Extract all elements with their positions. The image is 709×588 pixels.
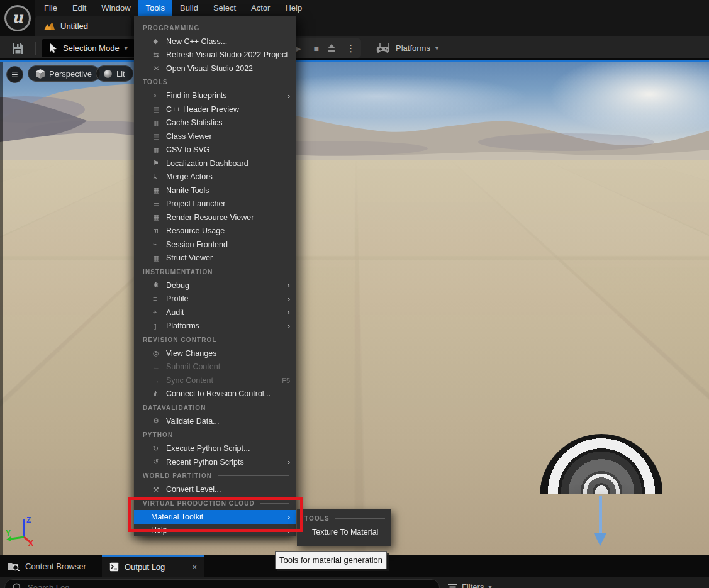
- annotation-rectangle: [128, 497, 303, 532]
- menu-section-label: PYTHON: [143, 431, 173, 438]
- menu-item-project-launcher[interactable]: ▭Project Launcher: [134, 197, 296, 211]
- menu-item-convert-level[interactable]: ⚒Convert Level...: [134, 483, 296, 497]
- menu-item-label: Connect to Revision Control...: [166, 389, 271, 398]
- menu-item-submit-content: ←Submit Content: [134, 360, 296, 374]
- section-divider: [218, 475, 289, 476]
- play-options-menu[interactable]: ⋮: [346, 43, 355, 54]
- lit-sphere-icon: [104, 70, 112, 78]
- menu-item-connect-to-revision-control[interactable]: ⋔Connect to Revision Control...: [134, 387, 296, 401]
- stop-button[interactable]: ■: [309, 43, 324, 53]
- menu-item-merge-actors[interactable]: ⅄Merge Actors: [134, 170, 296, 184]
- tab-output-log[interactable]: Output Log ×: [102, 555, 204, 577]
- menu-item-label: Session Frontend: [166, 240, 228, 249]
- menu-item-recent-python-scripts[interactable]: ↺Recent Python Scripts›: [134, 455, 296, 469]
- perspective-button[interactable]: Perspective: [28, 65, 100, 82]
- menu-item-label: Platforms: [166, 321, 199, 330]
- menu-item-texture-to-material[interactable]: Texture To Material: [297, 524, 391, 540]
- menu-item-session-frontend[interactable]: ⌁Session Frontend: [134, 238, 296, 252]
- menu-item-debug[interactable]: ✱Debug›: [134, 279, 296, 292]
- menu-item-label: CSV to SVG: [166, 145, 209, 154]
- visual-studio-icon: ⋈: [153, 64, 166, 72]
- menu-item-platforms[interactable]: ▯Platforms›: [134, 319, 296, 333]
- speaker-actor[interactable]: [540, 434, 663, 494]
- search-log-field[interactable]: [4, 579, 440, 588]
- eject-button[interactable]: [327, 44, 342, 52]
- session-frontend-icon: ⌁: [153, 240, 166, 248]
- menu-item-execute-python-script[interactable]: ↻Execute Python Script...: [134, 442, 296, 456]
- section-divider: [205, 28, 289, 28]
- tooltip-text: Tools for material generation: [279, 555, 382, 565]
- menubar-item-help[interactable]: Help: [277, 0, 310, 16]
- menu-item-resource-usage[interactable]: ⊞Resource Usage: [134, 225, 296, 238]
- menu-item-struct-viewer[interactable]: ▦Struct Viewer: [134, 252, 296, 265]
- menu-item-find-in-blueprints[interactable]: ⌖Find in Blueprints›: [134, 89, 296, 103]
- search-log-input[interactable]: [28, 583, 405, 588]
- menu-item-label: Project Launcher: [166, 199, 226, 208]
- close-tab-icon[interactable]: ×: [192, 562, 197, 572]
- platforms-dropdown[interactable]: Platforms ▾: [376, 39, 438, 57]
- submenu-item-label: Texture To Material: [312, 528, 378, 536]
- section-divider: [223, 340, 289, 340]
- translate-gizmo-z-arrow[interactable]: [599, 496, 602, 534]
- save-button[interactable]: [9, 40, 26, 57]
- menu-section-label: WORLD PARTITION: [143, 472, 212, 479]
- viewport-mountains: [0, 78, 709, 164]
- menubar-item-actor[interactable]: Actor: [243, 0, 277, 16]
- selection-mode-dropdown[interactable]: Selection Mode ▾: [42, 39, 135, 57]
- menu-item-new-c-class[interactable]: ◆New C++ Class...: [134, 35, 296, 48]
- submenu-arrow-icon: ›: [288, 295, 290, 303]
- search-icon: [13, 583, 22, 588]
- menu-item-label: Class Viewer: [166, 132, 212, 141]
- menu-item-render-resource-viewer[interactable]: ▦Render Resource Viewer: [134, 211, 296, 225]
- menubar-item-tools[interactable]: Tools: [138, 0, 172, 16]
- menu-item-cache-statistics[interactable]: ▥Cache Statistics: [134, 116, 296, 130]
- lit-mode-button[interactable]: Lit: [96, 65, 133, 82]
- menubar-item-build[interactable]: Build: [172, 0, 206, 16]
- menu-item-label: Refresh Visual Studio 2022 Project: [166, 50, 288, 59]
- menubar-item-edit[interactable]: Edit: [65, 0, 94, 16]
- save-icon: [12, 43, 24, 55]
- menu-item-view-changes[interactable]: ◎View Changes: [134, 347, 296, 360]
- asset-tab-untitled[interactable]: Untitled: [35, 16, 131, 36]
- menu-item-profile[interactable]: ≡Profile›: [134, 292, 296, 306]
- menu-item-validate-data[interactable]: ⚙Validate Data...: [134, 414, 296, 428]
- asset-tab-bar: Untitled: [0, 16, 709, 36]
- menu-item-refresh-visual-studio-2022-project[interactable]: ⇆Refresh Visual Studio 2022 Project: [134, 48, 296, 62]
- profile-icon: ≡: [153, 295, 166, 302]
- main-menu-bar: FileEditWindowToolsBuildSelectActorHelp: [0, 0, 709, 16]
- viewport-3d[interactable]: Z Y X ☰ Perspective Lit: [0, 60, 709, 555]
- menubar-item-select[interactable]: Select: [206, 0, 243, 16]
- asset-tab-label: Untitled: [60, 21, 88, 31]
- menu-item-audit[interactable]: ⌖Audit›: [134, 306, 296, 319]
- menu-item-label: Profile: [166, 294, 188, 303]
- menu-item-csv-to-svg[interactable]: ▦CSV to SVG: [134, 143, 296, 157]
- menu-item-class-viewer[interactable]: ▤Class Viewer: [134, 130, 296, 143]
- perspective-label: Perspective: [49, 69, 92, 79]
- menu-section-label: REVISION CONTROL: [143, 336, 217, 343]
- filters-dropdown[interactable]: Filters ▾: [448, 579, 491, 588]
- translate-gizmo-arrowhead[interactable]: [594, 533, 606, 546]
- menu-item-nanite-tools[interactable]: ▦Nanite Tools: [134, 184, 296, 197]
- chevron-down-icon: ▾: [488, 584, 491, 588]
- selection-mode-label: Selection Mode: [63, 43, 120, 53]
- menubar-item-file[interactable]: File: [36, 0, 65, 16]
- tab-content-browser[interactable]: Content Browser: [0, 555, 102, 577]
- unreal-editor-window: FileEditWindowToolsBuildSelectActorHelp …: [0, 0, 709, 588]
- recent-python-scripts-icon: ↺: [153, 458, 166, 466]
- menubar-item-window[interactable]: Window: [94, 0, 138, 16]
- menu-item-label: Localization Dashboard: [166, 159, 248, 168]
- axis-x-label: X: [28, 539, 33, 546]
- platforms-device-icon: ▯: [153, 322, 166, 330]
- viewport-options-button[interactable]: ☰: [6, 66, 23, 83]
- submenu-arrow-icon: ›: [288, 281, 290, 289]
- viewport-edge-shadow: [0, 60, 3, 555]
- menu-item-localization-dashboard[interactable]: ⚑Localization Dashboard: [134, 157, 296, 170]
- menu-item-open-visual-studio-2022[interactable]: ⋈Open Visual Studio 2022: [134, 62, 296, 75]
- menu-section-header: INSTRUMENTATION: [134, 265, 296, 279]
- menu-section-label: INSTRUMENTATION: [143, 269, 213, 275]
- submit-content-icon: ←: [153, 363, 166, 370]
- menu-item-label: Audit: [166, 308, 184, 317]
- submenu-arrow-icon: ›: [288, 322, 290, 330]
- menu-item-c-header-preview[interactable]: ▤C++ Header Preview: [134, 103, 296, 116]
- submenu-arrow-icon: ›: [288, 308, 290, 316]
